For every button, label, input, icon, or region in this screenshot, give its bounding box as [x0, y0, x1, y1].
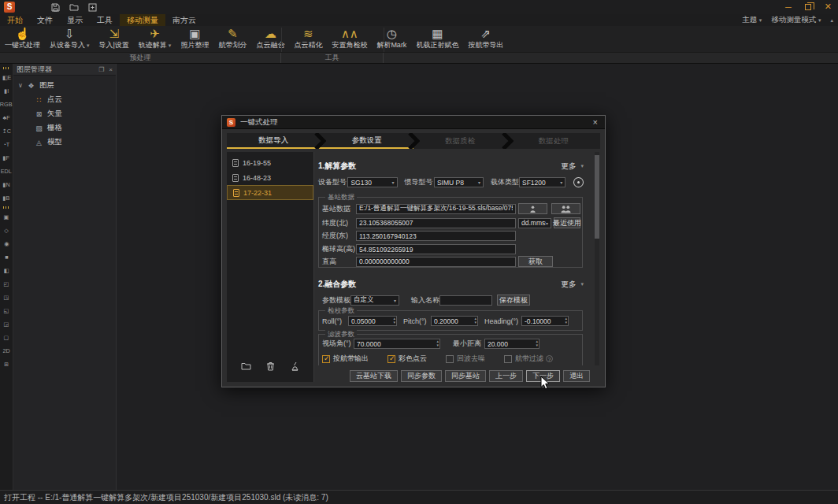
feature-icon[interactable]: ♣F	[2, 112, 9, 124]
cube-wire-right-icon[interactable]: ◳	[4, 291, 9, 303]
ribbon-pointcloud-refine[interactable]: ≋ 点云精化	[289, 26, 327, 50]
ribbon-photo-organize[interactable]: ▣ 照片整理	[176, 26, 213, 50]
sync-params-button[interactable]: 同步参数	[401, 370, 442, 382]
polygon-select-icon[interactable]: ◇	[4, 224, 9, 236]
open-folder-icon[interactable]	[241, 361, 251, 371]
vertical-height-input[interactable]	[356, 257, 516, 267]
ribbon-boresight-calib[interactable]: ∧∧ 安置角检校	[327, 26, 372, 50]
tab-tools[interactable]: 工具	[90, 14, 120, 26]
edl-icon[interactable]: EDL	[1, 165, 12, 177]
step-data-qc[interactable]: 数据质检	[413, 133, 507, 149]
close-button[interactable]: ✕	[825, 2, 832, 12]
dialog-scrollbar[interactable]	[595, 152, 599, 365]
new-project-icon[interactable]	[88, 3, 97, 12]
ribbon-parse-mark[interactable]: ◷ 解析Mark	[372, 26, 411, 50]
step-data-import[interactable]: 数据导入	[227, 133, 321, 149]
device-model-select[interactable]: SG130▾	[347, 177, 397, 187]
pan-icon[interactable]: ◉	[4, 238, 9, 250]
tab-mobile-survey[interactable]: 移动测量	[120, 14, 165, 26]
dialog-titlebar[interactable]: S 一键式处理 ×	[222, 116, 605, 129]
recent-used-button[interactable]: 最近使用	[554, 217, 580, 228]
ribbon-import-settings[interactable]: ⇲ 导入|设置	[95, 26, 134, 50]
ribbon-pointcloud-fusion[interactable]: ☁ 点云融合	[251, 26, 289, 50]
tab-file[interactable]: 文件	[30, 14, 60, 26]
add-view-icon[interactable]: ⊞	[4, 358, 9, 370]
minimize-button[interactable]: ─	[785, 2, 792, 12]
tab-display[interactable]: 显示	[60, 14, 90, 26]
intensity-icon[interactable]: ▮I	[4, 85, 9, 97]
float-panel-icon[interactable]: ❐	[98, 66, 104, 73]
ribbon-strip-divide[interactable]: ✎ 航带划分	[213, 26, 251, 50]
angle-format-select[interactable]: dd.mmss▾	[518, 218, 551, 228]
step-parameter-setting[interactable]: 参数设置	[321, 133, 414, 149]
mode-dropdown[interactable]: 移动测量模式 ▾	[771, 15, 821, 25]
more-solve-button[interactable]: 更多	[561, 161, 576, 172]
ribbon-device-import[interactable]: ⇩ 从设备导入▾	[45, 26, 95, 50]
list-item[interactable]: 16-19-55	[227, 155, 313, 170]
step-data-process[interactable]: 数据处理	[507, 133, 601, 149]
layer-item-raster[interactable]: ▨ 栅格	[18, 123, 116, 133]
cube-shaded-icon[interactable]: ◧	[4, 265, 9, 276]
class-icon[interactable]: ↥C	[2, 125, 10, 137]
toolbar-grip[interactable]	[3, 206, 10, 209]
layer-item-model[interactable]: ◬ 模型	[18, 137, 116, 147]
save-template-button[interactable]: 保存模板	[497, 295, 530, 306]
ribbon-one-click-process[interactable]: ☝ 一键式处理	[0, 26, 45, 50]
help-icon[interactable]: ?	[546, 355, 553, 362]
min-distance-stepper[interactable]: 20.000▴▾	[484, 339, 540, 349]
cube-wire-bottom-icon[interactable]: ◲	[4, 318, 9, 330]
return-icon[interactable]: ▮N	[2, 179, 9, 191]
rgb-icon[interactable]: RGB	[0, 98, 13, 110]
param-template-select[interactable]: 自定义▾	[350, 295, 399, 306]
fov-stepper[interactable]: 70.0000▴▾	[354, 339, 440, 349]
multi-base-button[interactable]	[551, 203, 580, 214]
carrier-type-select[interactable]: SF1200▾	[519, 177, 565, 187]
flight-line-icon[interactable]: ▮F	[3, 152, 9, 164]
longitude-input[interactable]	[356, 231, 516, 241]
get-button[interactable]: 获取	[518, 256, 553, 267]
list-item-selected[interactable]: 17-22-31	[227, 185, 313, 200]
pitch-stepper[interactable]: 0.20000▴▾	[431, 316, 478, 326]
single-base-button[interactable]	[518, 203, 547, 214]
cube-solid-icon[interactable]: ■	[5, 251, 8, 263]
gear-icon[interactable]	[573, 177, 584, 187]
checkbox-output-by-strip[interactable]	[322, 355, 330, 363]
ellipsoid-height-input[interactable]	[356, 244, 516, 254]
time-icon[interactable]: ◔T	[3, 139, 10, 150]
imu-model-select[interactable]: SIMU P8▾	[434, 177, 484, 187]
layer-root[interactable]: ∨ ❖ 图层	[18, 80, 116, 91]
previous-step-button[interactable]: 上一步	[489, 370, 523, 382]
blend-icon[interactable]: ▮B	[3, 192, 10, 204]
toolbar-grip[interactable]	[3, 67, 10, 69]
cube-wire-top-icon[interactable]: ◰	[4, 278, 9, 290]
checkbox-echo-denoise[interactable]	[446, 355, 454, 363]
ribbon-ortho-colorize[interactable]: ▦ 机载正射赋色	[411, 26, 463, 50]
box-select-icon[interactable]: ▣	[4, 211, 9, 223]
checkbox-strip-filter[interactable]	[504, 355, 512, 363]
scrollbar-thumb[interactable]	[595, 155, 599, 239]
sync-base-button[interactable]: 同步基站	[445, 370, 486, 382]
more-fusion-button[interactable]: 更多	[561, 280, 576, 290]
theme-dropdown[interactable]: 主题 ▾	[742, 15, 762, 25]
tab-start[interactable]: 开始	[0, 14, 30, 26]
roll-stepper[interactable]: 0.05000▴▾	[348, 316, 397, 326]
expand-icon[interactable]: ∨	[18, 82, 26, 89]
elevation-icon[interactable]: ◧E	[2, 72, 11, 83]
tab-south-cloud[interactable]: 南方云	[165, 14, 203, 26]
base-path-input[interactable]	[356, 204, 516, 214]
dialog-close-icon[interactable]: ×	[591, 117, 600, 127]
latitude-input[interactable]	[356, 218, 516, 228]
heading-stepper[interactable]: -0.10000▴▾	[521, 316, 569, 326]
exit-button[interactable]: 退出	[563, 370, 590, 382]
template-name-input[interactable]	[439, 295, 492, 306]
view-2d-icon[interactable]: 2D	[2, 345, 9, 357]
fullscreen-icon[interactable]: ▢	[4, 332, 9, 343]
delete-icon[interactable]	[266, 361, 275, 371]
layer-item-pointcloud[interactable]: ∷ 点云	[18, 94, 116, 105]
cube-wire-left-icon[interactable]: ◱	[4, 305, 9, 317]
restore-button[interactable]	[805, 4, 811, 10]
layer-item-vector[interactable]: ⊠ 矢量	[18, 109, 116, 119]
ribbon-export-by-strip[interactable]: ⇗ 按航带导出	[463, 26, 508, 50]
save-icon[interactable]	[51, 3, 60, 12]
ribbon-trajectory-solve[interactable]: ✈ 轨迹解算▾	[134, 26, 176, 50]
